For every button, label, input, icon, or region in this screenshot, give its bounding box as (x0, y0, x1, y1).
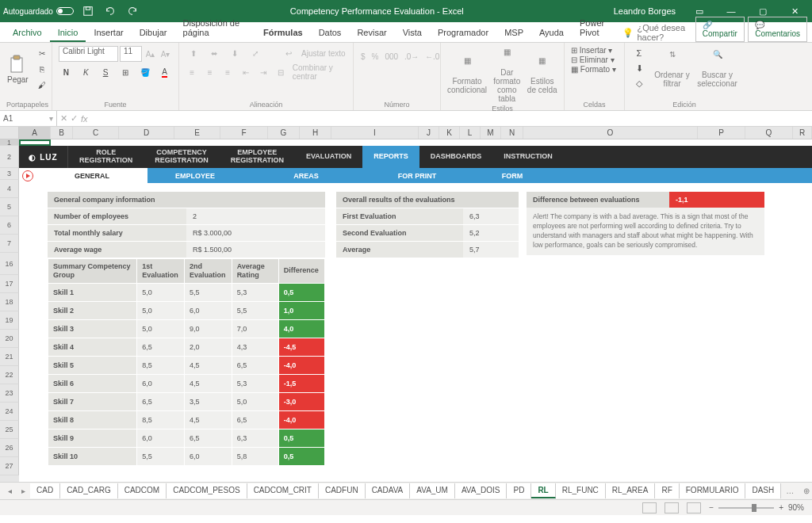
row-header-6[interactable]: 6 (0, 216, 19, 235)
clear-icon[interactable]: ◇ (631, 76, 647, 90)
tab-layout[interactable]: Disposición de página (175, 13, 256, 42)
insert-cells-button[interactable]: ⊞ Insertar ▾ (571, 46, 618, 55)
col-header-A[interactable]: A (19, 127, 51, 139)
subnav-form[interactable]: FORM (465, 168, 560, 183)
bold-icon[interactable]: N (59, 65, 74, 79)
col-header-M[interactable]: M (481, 127, 501, 139)
cell-styles-button[interactable]: ▦Estilos de celda (527, 55, 557, 94)
row-header-21[interactable]: 21 (0, 348, 19, 366)
row-header-24[interactable]: 24 (0, 403, 19, 421)
row-header-7[interactable]: 7 (0, 235, 19, 253)
sheet-nav-next-icon[interactable]: ▸ (17, 487, 30, 495)
col-header-N[interactable]: N (501, 127, 523, 139)
col-header-H[interactable]: H (300, 127, 331, 139)
tab-help[interactable]: Ayuda (531, 23, 572, 42)
nav-dashboards[interactable]: DASHBOARDS (419, 146, 493, 168)
row-header-18[interactable]: 18 (0, 293, 19, 311)
percent-icon[interactable]: % (371, 49, 380, 63)
row-header-2[interactable]: 2 (0, 146, 19, 168)
tab-review[interactable]: Revisar (349, 23, 394, 42)
row-header-1[interactable]: 1 (0, 139, 19, 146)
nav-employee-registration[interactable]: EMPLOYEEREGISTRATION (220, 146, 295, 168)
nav-reports[interactable]: REPORTS (362, 146, 419, 168)
zoom-in-icon[interactable]: + (779, 503, 783, 512)
row-header-26[interactable]: 26 (0, 439, 19, 457)
row-header-19[interactable]: 19 (0, 311, 19, 330)
font-color-icon[interactable]: A (157, 65, 172, 79)
italic-icon[interactable]: K (79, 65, 94, 79)
row-header-23[interactable]: 23 (0, 384, 19, 403)
column-headers[interactable]: ABCDEFGHIJKLMNOPQR (0, 127, 812, 139)
col-header-L[interactable]: L (460, 127, 481, 139)
share-button[interactable]: 🔗 Compartir (695, 17, 745, 42)
cancel-formula-icon[interactable]: ✕ (60, 113, 67, 124)
subnav-areas[interactable]: AREAS (243, 168, 370, 183)
orientation-icon[interactable]: ⤢ (247, 46, 263, 60)
tab-home[interactable]: Inicio (50, 23, 86, 42)
nav-evaluation[interactable]: EVALUATION (295, 146, 362, 168)
redo-icon[interactable] (124, 3, 140, 19)
indent-inc-icon[interactable]: ⇥ (257, 65, 270, 79)
col-header-F[interactable]: F (220, 127, 268, 139)
copy-icon[interactable]: ⎘ (34, 62, 50, 76)
comments-button[interactable]: 💬 Comentarios (748, 17, 807, 42)
view-page-break-icon[interactable] (687, 502, 701, 513)
align-top-icon[interactable]: ⬆ (186, 46, 201, 60)
row-header-25[interactable]: 25 (0, 421, 19, 439)
align-bottom-icon[interactable]: ⬇ (227, 46, 243, 60)
border-icon[interactable]: ⊞ (117, 65, 132, 79)
align-center-icon[interactable]: ≡ (203, 65, 216, 79)
col-header-Q[interactable]: Q (745, 127, 793, 139)
zoom-level[interactable]: 90% (788, 503, 804, 512)
autosum-icon[interactable]: Σ (631, 46, 647, 60)
row-header-17[interactable]: 17 (0, 275, 19, 293)
indent-dec-icon[interactable]: ⇤ (239, 65, 251, 79)
active-cell[interactable] (19, 139, 51, 146)
sheet-tab-cad[interactable]: CAD (30, 483, 60, 498)
conditional-format-button[interactable]: ▦Formato condicional (447, 55, 487, 94)
worksheet-content[interactable]: ◐ LUZ ROLEREGISTRATION COMPETENCYREGISTR… (19, 139, 812, 482)
merge-center-button[interactable]: Combinar y centrar (293, 63, 347, 81)
sheet-tab-ava_um[interactable]: AVA_UM (410, 483, 455, 498)
view-normal-icon[interactable] (642, 502, 657, 513)
nav-instruction[interactable]: INSTRUCTION (492, 146, 564, 168)
new-sheet-icon[interactable]: ⊕ (799, 487, 812, 495)
format-painter-icon[interactable]: 🖌 (34, 78, 50, 92)
sort-filter-button[interactable]: ⇅Ordenar y filtrar (652, 48, 692, 88)
formula-input[interactable] (91, 111, 812, 126)
sheet-tab-dash[interactable]: DASH (745, 483, 781, 498)
sheet-tab-rl_func[interactable]: RL_FUNC (556, 483, 606, 498)
subnav-general[interactable]: GENERAL (36, 168, 147, 183)
align-left-icon[interactable]: ≡ (186, 65, 198, 79)
col-header-O[interactable]: O (523, 127, 698, 139)
zoom-out-icon[interactable]: − (709, 503, 714, 512)
inc-decimal-icon[interactable]: .0→ (404, 49, 419, 63)
tab-view[interactable]: Vista (395, 23, 430, 42)
col-header-I[interactable]: I (331, 127, 419, 139)
tab-developer[interactable]: Programador (430, 23, 496, 42)
sheet-tab-cadcom_crit[interactable]: CADCOM_CRIT (247, 483, 319, 498)
col-header-B[interactable]: B (51, 127, 73, 139)
delete-cells-button[interactable]: ⊟ Eliminar ▾ (571, 55, 618, 64)
fx-icon[interactable]: fx (81, 114, 88, 124)
enter-formula-icon[interactable]: ✓ (71, 113, 78, 124)
row-header-20[interactable]: 20 (0, 330, 19, 348)
col-header-J[interactable]: J (419, 127, 439, 139)
fill-color-icon[interactable]: 🪣 (137, 65, 152, 79)
tab-insert[interactable]: Insertar (86, 23, 131, 42)
wrap-text-icon[interactable]: ↩ (281, 46, 297, 60)
row-header-4[interactable]: 4 (0, 180, 19, 198)
sheet-tab-rl_area[interactable]: RL_AREA (606, 483, 656, 498)
subnav-for-print[interactable]: FOR PRINT (370, 168, 465, 183)
row-header-16[interactable]: 16 (0, 253, 19, 275)
comma-icon[interactable]: 000 (384, 49, 399, 63)
select-all-corner[interactable] (0, 127, 19, 139)
view-page-layout-icon[interactable] (665, 502, 679, 513)
increase-font-icon[interactable]: A▴ (144, 47, 157, 61)
col-header-E[interactable]: E (174, 127, 220, 139)
sheet-more-icon[interactable]: … (781, 487, 799, 495)
sheet-nav-prev-icon[interactable]: ◂ (3, 487, 17, 495)
format-table-button[interactable]: ▦Dar formato como tabla (492, 46, 522, 103)
paste-button[interactable]: Pegar (6, 51, 29, 87)
sheet-tab-rl[interactable]: RL (531, 483, 555, 498)
